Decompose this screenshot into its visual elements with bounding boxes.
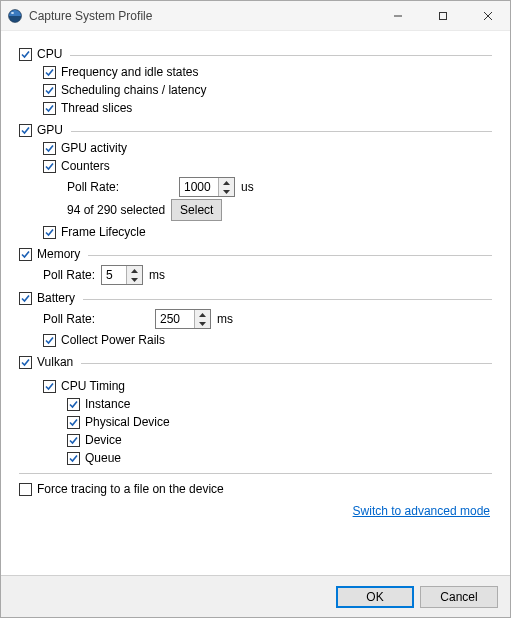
window-title: Capture System Profile [29,9,152,23]
vulkan-checkbox[interactable] [19,356,32,369]
memory-pollrate-input[interactable] [101,265,143,285]
cpu-checkbox[interactable] [19,48,32,61]
gpu-checkbox-row[interactable]: GPU [19,121,492,139]
cpu-slices-checkbox[interactable] [43,102,56,115]
vulkan-device-row[interactable]: Device [19,431,492,449]
memory-label: Memory [37,245,80,263]
close-button[interactable] [465,1,510,31]
memory-pollrate-label: Poll Rate: [43,266,95,284]
cpu-checkbox-row[interactable]: CPU [19,45,492,63]
force-tracing-row[interactable]: Force tracing to a file on the device [19,480,492,498]
vulkan-label: Vulkan [37,353,73,371]
battery-label: Battery [37,289,75,307]
titlebar: Capture System Profile [1,1,510,31]
spin-up-icon[interactable] [219,178,234,187]
memory-pollrate-field[interactable] [102,266,126,284]
svg-marker-7 [223,190,230,194]
memory-checkbox-row[interactable]: Memory [19,245,492,263]
gpu-pollrate-label: Poll Rate: [67,178,151,196]
cpu-label: CPU [37,45,62,63]
vulkan-physical-device-checkbox[interactable] [67,416,80,429]
vulkan-physical-device-row[interactable]: Physical Device [19,413,492,431]
battery-pollrate-field[interactable] [156,310,194,328]
vulkan-queue-checkbox[interactable] [67,452,80,465]
gpu-label: GPU [37,121,63,139]
gpu-select-button[interactable]: Select [171,199,222,221]
spin-down-icon[interactable] [219,187,234,196]
gpu-counters-row[interactable]: Counters [19,157,492,175]
cancel-button[interactable]: Cancel [420,586,498,608]
battery-pollrate-unit: ms [217,310,233,328]
gpu-pollrate-input[interactable] [179,177,235,197]
app-icon [7,8,23,24]
gpu-pollrate-spinner[interactable] [218,178,234,196]
svg-marker-11 [199,322,206,326]
vulkan-instance-checkbox[interactable] [67,398,80,411]
section-divider [71,131,492,132]
cpu-sched-row[interactable]: Scheduling chains / latency [19,81,492,99]
spin-up-icon[interactable] [195,310,210,319]
gpu-selected-row: 94 of 290 selected Select [19,199,492,221]
gpu-selected-text: 94 of 290 selected [67,201,165,219]
divider [19,473,492,474]
svg-point-1 [11,12,14,14]
gpu-counters-checkbox[interactable] [43,160,56,173]
svg-marker-9 [131,278,138,282]
svg-marker-8 [131,269,138,273]
vulkan-queue-row[interactable]: Queue [19,449,492,467]
ok-button[interactable]: OK [336,586,414,608]
force-tracing-checkbox[interactable] [19,483,32,496]
battery-checkbox[interactable] [19,292,32,305]
battery-pollrate-row: Poll Rate: ms [19,309,492,329]
dialog-content: CPU Frequency and idle states Scheduling… [1,31,510,575]
memory-pollrate-unit: ms [149,266,165,284]
vulkan-cputiming-row[interactable]: CPU Timing [19,377,492,395]
gpu-pollrate-field[interactable] [180,178,218,196]
cpu-sched-checkbox[interactable] [43,84,56,97]
minimize-button[interactable] [375,1,420,31]
battery-pollrate-label: Poll Rate: [43,310,127,328]
svg-rect-3 [439,12,446,19]
spin-down-icon[interactable] [195,319,210,328]
gpu-activity-row[interactable]: GPU activity [19,139,492,157]
cpu-freq-row[interactable]: Frequency and idle states [19,63,492,81]
section-divider [88,255,492,256]
battery-pollrate-spinner[interactable] [194,310,210,328]
gpu-frame-lifecycle-checkbox[interactable] [43,226,56,239]
cpu-freq-checkbox[interactable] [43,66,56,79]
svg-marker-6 [223,181,230,185]
button-bar: OK Cancel [1,575,510,617]
gpu-checkbox[interactable] [19,124,32,137]
section-divider [81,363,492,364]
maximize-button[interactable] [420,1,465,31]
battery-pollrate-input[interactable] [155,309,211,329]
section-divider [83,299,492,300]
battery-checkbox-row[interactable]: Battery [19,289,492,307]
memory-pollrate-spinner[interactable] [126,266,142,284]
section-divider [70,55,492,56]
spin-up-icon[interactable] [127,266,142,275]
gpu-pollrate-row: Poll Rate: us [19,177,492,197]
vulkan-device-checkbox[interactable] [67,434,80,447]
vulkan-checkbox-row[interactable]: Vulkan [19,353,492,371]
gpu-activity-checkbox[interactable] [43,142,56,155]
memory-pollrate-row: Poll Rate: ms [19,265,492,285]
advanced-mode-link[interactable]: Switch to advanced mode [353,504,490,518]
gpu-frame-lifecycle-row[interactable]: Frame Lifecycle [19,223,492,241]
vulkan-cputiming-checkbox[interactable] [43,380,56,393]
spin-down-icon[interactable] [127,275,142,284]
cpu-slices-row[interactable]: Thread slices [19,99,492,117]
memory-checkbox[interactable] [19,248,32,261]
gpu-pollrate-unit: us [241,178,254,196]
vulkan-instance-row[interactable]: Instance [19,395,492,413]
svg-marker-10 [199,313,206,317]
battery-rails-checkbox[interactable] [43,334,56,347]
battery-rails-row[interactable]: Collect Power Rails [19,331,492,349]
